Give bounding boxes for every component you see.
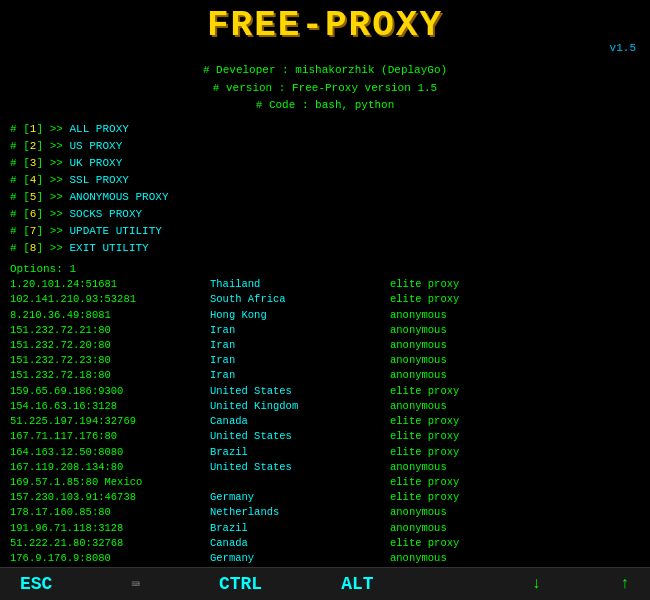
proxy-row: 151.232.72.21:80Irananonymous (10, 323, 640, 338)
proxy-country: United States (210, 384, 390, 399)
proxy-ip: 167.71.117.176:80 (10, 429, 210, 444)
proxy-type: anonymous (390, 368, 447, 383)
menu-item-6[interactable]: # [6] >> SOCKS PROXY (10, 206, 640, 223)
proxy-row: 151.232.72.23:80Irananonymous (10, 353, 640, 368)
proxy-row: 51.225.197.194:32769Canadaelite proxy (10, 414, 640, 429)
proxy-ip: 178.17.160.85:80 (10, 505, 210, 520)
arrow-up-key[interactable]: ↑ (620, 575, 630, 593)
proxy-type: anonymous (390, 353, 447, 368)
info-version: # version : Free-Proxy version 1.5 (0, 80, 650, 98)
arrow-down-key[interactable]: ↓ (532, 575, 542, 593)
options-line: Options: 1 (0, 261, 650, 277)
menu-item-4[interactable]: # [4] >> SSL PROXY (10, 172, 640, 189)
info-code: # Code : bash, python (0, 97, 650, 115)
proxy-country: Thailand (210, 277, 390, 292)
proxy-type: elite proxy (390, 429, 459, 444)
proxy-country: Canada (210, 536, 390, 551)
bottom-bar: ESC ⌨ CTRL ALT ↓ ↑ (0, 567, 650, 600)
proxy-row: 169.57.1.85:80 Mexicoelite proxy (10, 475, 640, 490)
title-area: FREE-PROXY v1.5 (0, 0, 650, 58)
proxy-row: 154.16.63.16:3128United Kingdomanonymous (10, 399, 640, 414)
proxy-type: anonymous (390, 505, 447, 520)
proxy-ip: 51.222.21.80:32768 (10, 536, 210, 551)
menu-item-2[interactable]: # [2] >> US PROXY (10, 138, 640, 155)
proxy-type: anonymous (390, 308, 447, 323)
proxy-type: elite proxy (390, 384, 459, 399)
proxy-row: 167.71.117.176:80United Stateselite prox… (10, 429, 640, 444)
proxy-ip: 151.232.72.23:80 (10, 353, 210, 368)
proxy-ip: 151.232.72.21:80 (10, 323, 210, 338)
proxy-country: United States (210, 460, 390, 475)
proxy-country: Brazil (210, 521, 390, 536)
proxy-ip: 51.225.197.194:32769 (10, 414, 210, 429)
proxy-ip: 176.9.176.9:8080 (10, 551, 210, 566)
proxy-country: South Africa (210, 292, 390, 307)
menu-area: # [1] >> ALL PROXY# [2] >> US PROXY# [3]… (0, 117, 650, 261)
proxy-country: Iran (210, 353, 390, 368)
proxy-country: Germany (210, 490, 390, 505)
proxy-country: Brazil (210, 445, 390, 460)
menu-item-7[interactable]: # [7] >> UPDATE UTILITY (10, 223, 640, 240)
menu-item-8[interactable]: # [8] >> EXIT UTILITY (10, 240, 640, 257)
proxy-type: elite proxy (390, 414, 459, 429)
proxy-type: anonymous (390, 460, 447, 475)
proxy-row: 151.232.72.18:80Irananonymous (10, 368, 640, 383)
proxy-row: 167.119.208.134:80United Statesanonymous (10, 460, 640, 475)
proxy-row: 157.230.103.91:46738Germanyelite proxy (10, 490, 640, 505)
proxy-ip: 167.119.208.134:80 (10, 460, 210, 475)
proxy-ip: 169.57.1.85:80 Mexico (10, 475, 210, 490)
app-title: FREE-PROXY (10, 8, 640, 44)
proxy-row: 8.210.36.49:8081Hong Konganonymous (10, 308, 640, 323)
proxy-country (210, 475, 390, 490)
proxy-country: Canada (210, 414, 390, 429)
proxy-type: elite proxy (390, 277, 459, 292)
proxy-row: 164.163.12.50:8080Brazilelite proxy (10, 445, 640, 460)
proxy-row: 51.222.21.80:32768Canadaelite proxy (10, 536, 640, 551)
proxy-country: United Kingdom (210, 399, 390, 414)
menu-item-3[interactable]: # [3] >> UK PROXY (10, 155, 640, 172)
proxy-type: anonymous (390, 399, 447, 414)
proxy-ip: 151.232.72.20:80 (10, 338, 210, 353)
proxy-type: anonymous (390, 323, 447, 338)
proxy-ip: 8.210.36.49:8081 (10, 308, 210, 323)
proxy-type: elite proxy (390, 490, 459, 505)
proxy-row: 159.65.69.186:9300United Stateselite pro… (10, 384, 640, 399)
esc-key[interactable]: ESC (20, 574, 52, 594)
keyboard-icon: ⌨ (131, 576, 139, 593)
proxy-country: Iran (210, 368, 390, 383)
proxy-country: United States (210, 429, 390, 444)
proxy-row: 102.141.210.93:53281South Africaelite pr… (10, 292, 640, 307)
ctrl-key[interactable]: CTRL (219, 574, 262, 594)
proxy-type: elite proxy (390, 292, 459, 307)
proxy-list: 1.20.101.24:51681Thailandelite proxy102.… (0, 277, 650, 567)
proxy-type: elite proxy (390, 475, 459, 490)
proxy-type: anonymous (390, 338, 447, 353)
proxy-country: Iran (210, 323, 390, 338)
proxy-ip: 157.230.103.91:46738 (10, 490, 210, 505)
proxy-country: Netherlands (210, 505, 390, 520)
proxy-row: 176.9.176.9:8080Germanyanonymous (10, 551, 640, 566)
proxy-type: elite proxy (390, 536, 459, 551)
proxy-country: Germany (210, 551, 390, 566)
proxy-ip: 151.232.72.18:80 (10, 368, 210, 383)
proxy-row: 191.96.71.118:3128Brazilanonymous (10, 521, 640, 536)
menu-item-1[interactable]: # [1] >> ALL PROXY (10, 121, 640, 138)
proxy-ip: 191.96.71.118:3128 (10, 521, 210, 536)
proxy-ip: 1.20.101.24:51681 (10, 277, 210, 292)
proxy-ip: 102.141.210.93:53281 (10, 292, 210, 307)
info-developer: # Developer : mishakorzhik (DeplayGo) (0, 62, 650, 80)
info-block: # Developer : mishakorzhik (DeplayGo) # … (0, 58, 650, 117)
proxy-type: anonymous (390, 551, 447, 566)
proxy-row: 1.20.101.24:51681Thailandelite proxy (10, 277, 640, 292)
proxy-ip: 159.65.69.186:9300 (10, 384, 210, 399)
alt-key[interactable]: ALT (341, 574, 373, 594)
proxy-ip: 164.163.12.50:8080 (10, 445, 210, 460)
proxy-row: 178.17.160.85:80Netherlandsanonymous (10, 505, 640, 520)
proxy-row: 151.232.72.20:80Irananonymous (10, 338, 640, 353)
proxy-country: Hong Kong (210, 308, 390, 323)
menu-item-5[interactable]: # [5] >> ANONYMOUS PROXY (10, 189, 640, 206)
proxy-type: elite proxy (390, 445, 459, 460)
proxy-type: anonymous (390, 521, 447, 536)
proxy-ip: 154.16.63.16:3128 (10, 399, 210, 414)
proxy-country: Iran (210, 338, 390, 353)
